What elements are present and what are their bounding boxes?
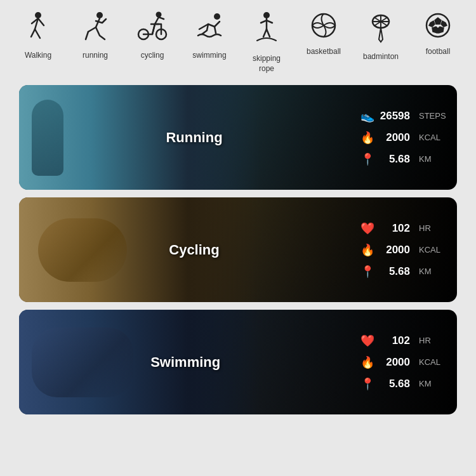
activity-item-badminton[interactable]: badminton [355,11,406,62]
swimming-kcal-value: 2000 [378,356,410,369]
running-km-row: 📍 5.68 KM [360,152,444,166]
activity-item-cycling[interactable]: cycling [127,11,178,61]
pin-icon-swimming: 📍 [360,377,374,391]
walking-icon [26,11,50,47]
cycling-card-stats: ❤️ 102 HR 🔥 2000 KCAL 📍 5.68 KM [360,221,444,279]
svg-line-4 [38,18,44,25]
heart-icon-cycling: ❤️ [360,221,374,235]
cycling-hr-row: ❤️ 102 HR [360,221,444,235]
football-icon [425,11,451,43]
svg-line-3 [35,29,40,38]
cycling-hr-unit: HR [419,223,444,233]
activity-item-skipping[interactable]: skipping rope [241,11,292,74]
running-card-title: Running [166,129,222,146]
fire-blue-icon: 🔥 [360,131,374,145]
cycling-km-row: 📍 5.68 KM [360,265,444,279]
swimming-card[interactable]: Swimming ❤️ 102 HR 🔥 2000 KCAL 📍 5.68 KM [19,310,457,414]
swimming-kcal-unit: KCAL [419,357,444,367]
swimming-km-value: 5.68 [378,378,410,390]
sport-cards-container: Running 👟 26598 STEPS 🔥 2000 KCAL 📍 5. [0,80,476,427]
running-steps-unit: STEPS [419,111,444,121]
svg-point-0 [35,12,41,18]
walking-label: Walking [25,51,51,61]
skipping-label: skipping rope [253,54,281,74]
football-label: football [426,47,451,57]
skipping-icon [255,11,279,50]
running-kcal-row: 🔥 2000 KCAL [360,131,444,145]
activity-item-walking[interactable]: Walking [13,11,63,61]
activity-item-swimming[interactable]: swimming [184,11,235,61]
swimming-card-stats: ❤️ 102 HR 🔥 2000 KCAL 📍 5.68 KM [360,334,444,391]
swimming-card-content: Swimming ❤️ 102 HR 🔥 2000 KCAL 📍 5.68 KM [19,310,457,414]
running-card-content: Running 👟 26598 STEPS 🔥 2000 KCAL 📍 5. [19,85,457,190]
running-steps-row: 👟 26598 STEPS [360,109,444,123]
svg-marker-21 [441,21,447,27]
svg-point-11 [263,12,270,18]
basketball-label: basketball [307,47,341,57]
swimming-icon [195,11,223,47]
swimming-hr-unit: HR [419,336,444,345]
badminton-label: badminton [363,52,399,62]
fire-icon-swimming: 🔥 [360,355,374,369]
swimming-hr-row: ❤️ 102 HR [360,334,444,348]
activity-item-running[interactable]: running [70,11,121,61]
cycling-km-unit: KM [419,267,444,276]
badminton-icon [369,11,393,48]
running-km-value: 5.68 [378,153,410,166]
svg-marker-19 [435,18,441,24]
cycling-hr-value: 102 [378,222,410,235]
running-icon [82,11,109,47]
activity-icons-row: Walking running [0,0,476,80]
cycling-icon [137,11,168,47]
cycling-label: cycling [141,51,164,61]
cycling-card[interactable]: Cycling ❤️ 102 HR 🔥 2000 KCAL 📍 5.68 KM [19,197,457,302]
swimming-card-title: Swimming [150,354,220,371]
basketball-icon [310,11,337,43]
svg-marker-20 [429,21,435,27]
swimming-km-row: 📍 5.68 KM [360,377,444,391]
swimming-hr-value: 102 [378,334,410,347]
svg-point-6 [96,12,103,18]
svg-line-2 [31,29,35,37]
heart-icon-swimming: ❤️ [360,334,374,348]
cycling-card-title: Cycling [169,242,219,258]
running-card-stats: 👟 26598 STEPS 🔥 2000 KCAL 📍 5.68 KM [360,109,444,166]
running-steps-value: 26598 [378,110,410,122]
svg-point-10 [214,13,220,20]
shoe-icon: 👟 [360,109,374,123]
svg-marker-23 [437,27,444,33]
cycling-km-value: 5.68 [378,265,410,278]
pin-icon-running: 📍 [360,152,374,166]
running-label: running [83,51,108,61]
running-kcal-unit: KCAL [419,133,444,142]
running-card[interactable]: Running 👟 26598 STEPS 🔥 2000 KCAL 📍 5. [19,85,457,190]
swimming-label: swimming [192,51,226,61]
running-kcal-value: 2000 [378,131,410,144]
activity-item-football[interactable]: football [413,11,463,57]
fire-icon-cycling: 🔥 [360,243,374,257]
running-km-unit: KM [419,154,444,164]
cycling-card-content: Cycling ❤️ 102 HR 🔥 2000 KCAL 📍 5.68 KM [19,197,457,302]
cycling-kcal-unit: KCAL [419,245,444,255]
swimming-kcal-row: 🔥 2000 KCAL [360,355,444,369]
pin-icon-cycling: 📍 [360,265,374,279]
activity-item-basketball[interactable]: basketball [298,11,349,57]
cycling-kcal-value: 2000 [378,244,410,256]
cycling-kcal-row: 🔥 2000 KCAL [360,243,444,257]
swimming-km-unit: KM [419,379,444,388]
